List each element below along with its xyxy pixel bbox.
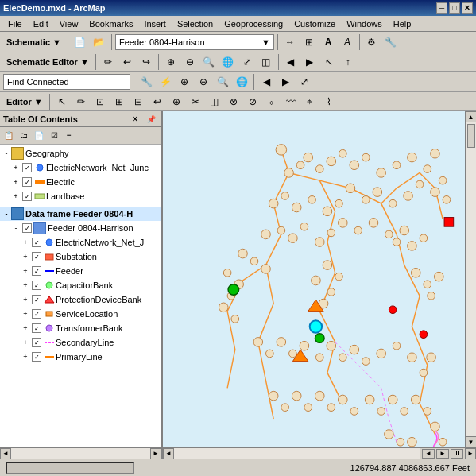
fc-btn-3[interactable]: ⊕ (176, 73, 193, 91)
ed-btn-13[interactable]: 〰 (282, 93, 300, 110)
schematic-editor-menu[interactable]: Schematic Editor ▼ (3, 57, 92, 67)
map-nav-back[interactable]: ◄ (422, 449, 435, 459)
electric-checkbox[interactable] (22, 177, 32, 187)
electric-item[interactable]: + Electric (10, 175, 161, 189)
substation-checkbox[interactable] (32, 252, 41, 261)
tool-btn-1[interactable]: ↔ (281, 33, 299, 51)
landbase-item[interactable]: + Landbase (10, 189, 161, 203)
menu-selection[interactable]: Selection (172, 17, 218, 30)
service-item[interactable]: + ServiceLocation (19, 307, 161, 321)
toc-scroll-track-h[interactable] (11, 448, 150, 459)
transformer-expand[interactable]: + (21, 323, 30, 333)
minimize-button[interactable]: ─ (436, 2, 447, 14)
toc-close-btn[interactable]: ✕ (128, 112, 142, 126)
protection-item[interactable]: + ProtectionDeviceBank (19, 292, 161, 307)
menu-file[interactable]: File (3, 17, 27, 30)
menu-view[interactable]: View (55, 17, 83, 30)
map-canvas-area[interactable] (163, 111, 465, 447)
se-btn-10[interactable]: ◀ (282, 53, 300, 71)
fc-btn-4[interactable]: ⊖ (195, 73, 212, 91)
geography-expand[interactable]: - (2, 149, 11, 158)
primary-item[interactable]: + PrimaryLine (19, 350, 161, 364)
menu-bookmarks[interactable]: Bookmarks (84, 17, 137, 30)
fc-btn-1[interactable]: 🔧 (137, 73, 155, 91)
se-btn-5[interactable]: ⊖ (181, 53, 199, 71)
toc-scroll-right[interactable]: ► (150, 448, 161, 459)
toc-options-btn[interactable]: ≡ (62, 129, 76, 143)
feeder-expand[interactable]: + (21, 266, 30, 276)
ed-btn-9[interactable]: ◫ (206, 93, 223, 110)
ed-btn-8[interactable]: ✂ (187, 93, 204, 110)
tool-btn-3[interactable]: ⚙ (363, 33, 381, 51)
toc-source-btn[interactable]: 📄 (32, 129, 46, 143)
ed-btn-14[interactable]: ⌖ (301, 93, 319, 110)
map-scroll-left[interactable]: ◄ (163, 448, 174, 459)
font-btn-2[interactable]: A (339, 33, 356, 51)
fc-btn-6[interactable]: 🌐 (233, 73, 250, 91)
geography-group-item[interactable]: - Geography (0, 146, 161, 161)
toc-select-btn[interactable]: ☑ (47, 129, 61, 143)
feeder-root-expand[interactable]: - (11, 223, 21, 233)
feeder-item[interactable]: + Feeder (19, 264, 161, 278)
feeder-root-checkbox[interactable] (22, 223, 32, 233)
primary-expand[interactable]: + (21, 352, 30, 362)
feeder-dropdown[interactable]: Feeder 0804-Harrison ▼ (115, 34, 274, 50)
se-btn-11[interactable]: ▶ (301, 53, 319, 71)
ed-btn-15[interactable]: ⌇ (320, 93, 338, 110)
tool-btn-2[interactable]: ⊞ (300, 33, 318, 51)
service-expand[interactable]: + (21, 309, 30, 319)
menu-edit[interactable]: Edit (29, 17, 53, 30)
close-button[interactable]: ✕ (462, 2, 473, 14)
menu-insert[interactable]: Insert (139, 17, 171, 30)
editor-menu[interactable]: Editor ▼ (3, 97, 46, 106)
secondary-item[interactable]: + SecondaryLine (19, 335, 161, 350)
transformer-item[interactable]: + TransformerBank (19, 321, 161, 335)
se-btn-3[interactable]: ↪ (137, 53, 155, 71)
se-btn-7[interactable]: 🌐 (219, 53, 237, 71)
transformer-checkbox[interactable] (32, 323, 41, 333)
ed-btn-5[interactable]: ⊟ (130, 93, 147, 110)
feeder-root-item[interactable]: - Feeder 0804-Harrison (10, 221, 161, 235)
capacitor-expand[interactable]: + (21, 281, 30, 290)
ed-btn-1[interactable]: ↖ (53, 93, 71, 110)
fc-btn-8[interactable]: ▶ (277, 73, 294, 91)
toc-layers-btn[interactable]: 🗂 (17, 129, 31, 143)
se-btn-12[interactable]: ↖ (320, 53, 338, 71)
fc-zoom-btn[interactable]: ⤢ (296, 73, 313, 91)
enjunc-checkbox[interactable] (22, 163, 32, 172)
dataframe-item[interactable]: - Data frame Feeder 0804-H (0, 207, 161, 221)
primary-checkbox[interactable] (32, 352, 41, 362)
schematic-menu[interactable]: Schematic ▼ (3, 37, 64, 47)
ed-btn-11[interactable]: ⊘ (244, 93, 261, 110)
tool-btn-4[interactable]: 🔧 (382, 33, 400, 51)
ed-btn-3[interactable]: ⊡ (91, 93, 109, 110)
map-scroll-thumb[interactable] (467, 124, 475, 148)
se-btn-8[interactable]: ⤢ (238, 53, 256, 71)
open-btn[interactable]: 📂 (91, 33, 108, 51)
map-scroll-up[interactable]: ▲ (466, 111, 477, 122)
font-btn[interactable]: A (319, 33, 337, 51)
ed-btn-2[interactable]: ✏ (72, 93, 90, 110)
toc-list-btn[interactable]: 📋 (2, 129, 16, 143)
secondary-checkbox[interactable] (32, 338, 41, 347)
ed-btn-12[interactable]: ⬦ (263, 93, 281, 110)
se-btn-9[interactable]: ◫ (257, 53, 275, 71)
map-scroll-right[interactable]: ► (465, 448, 476, 459)
se-btn-13[interactable]: ↑ (339, 53, 357, 71)
se-btn-2[interactable]: ↩ (118, 53, 136, 71)
map-scroll-track[interactable] (466, 122, 476, 436)
menu-windows[interactable]: Windows (342, 17, 387, 30)
menu-geoprocessing[interactable]: Geoprocessing (219, 17, 288, 30)
find-connected-input[interactable] (3, 74, 130, 90)
menu-customize[interactable]: Customize (289, 17, 340, 30)
se-btn-6[interactable]: 🔍 (200, 53, 218, 71)
fc-btn-5[interactable]: 🔍 (214, 73, 231, 91)
sub-enjunc-item[interactable]: + ElectricNetwork_Net_J (19, 235, 161, 250)
landbase-expand[interactable]: + (11, 192, 21, 201)
protection-expand[interactable]: + (21, 295, 30, 304)
substation-item[interactable]: + Substation (19, 250, 161, 264)
landbase-checkbox[interactable] (22, 192, 32, 201)
map-nav-pause[interactable]: ⏸ (451, 449, 463, 459)
electric-expand[interactable]: + (11, 177, 21, 187)
ed-btn-6[interactable]: ↩ (149, 93, 166, 110)
